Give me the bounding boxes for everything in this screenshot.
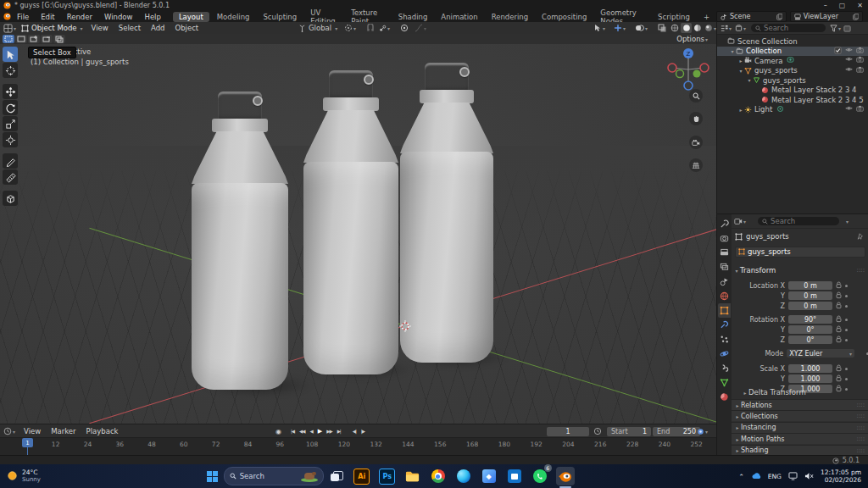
lock-icon[interactable] [836, 336, 842, 343]
value-field[interactable]: 1.000 [788, 374, 832, 383]
play-reverse-button[interactable]: ◀ [308, 429, 315, 434]
timeline-editor-type-button[interactable]: ▾ [3, 427, 15, 435]
photos-taskbar-button[interactable]: ◆ [480, 467, 498, 485]
lock-icon[interactable] [836, 325, 842, 333]
outliner-row-guys-sports[interactable]: ▾guys_sports [717, 75, 868, 86]
disclosure-arrow[interactable]: ▸ [737, 58, 744, 64]
panel-motion-paths[interactable]: ▸Motion Paths:::: [732, 433, 868, 444]
panel-drag-handle[interactable]: :::: [857, 435, 865, 442]
properties-tab-particles[interactable] [718, 332, 731, 347]
minimize-button[interactable]: – [824, 2, 827, 9]
delta-transform-header[interactable]: ▸ Delta Transform [732, 387, 868, 397]
menu-window[interactable]: Window [98, 13, 139, 21]
selectability-visibility-button[interactable]: ▾ [593, 24, 605, 32]
properties-tab-tool[interactable] [718, 217, 731, 231]
camera-toggle[interactable] [856, 56, 864, 65]
onedrive-icon[interactable] [751, 473, 761, 480]
check-toggle[interactable] [834, 47, 842, 56]
start-frame-field[interactable]: Start 1 [607, 427, 651, 436]
properties-tab-view-layer[interactable] [718, 260, 731, 274]
lock-icon[interactable] [836, 315, 842, 323]
end-frame-field[interactable]: End 250 [653, 427, 700, 436]
microsoft-store-taskbar-button[interactable] [505, 467, 524, 485]
workspace-tab-layout[interactable]: Layout [173, 12, 209, 22]
value-field[interactable]: 1.000 [788, 364, 832, 373]
proportional-editing-button[interactable] [400, 24, 409, 32]
app-menu-icon[interactable] [3, 13, 11, 20]
new-scene-icon[interactable] [776, 14, 782, 20]
whatsapp-taskbar-button[interactable]: 6 [531, 467, 549, 485]
menu-file[interactable]: File [11, 13, 35, 21]
rotate-tool-button[interactable] [3, 100, 18, 115]
viewport-menu-object[interactable]: Object [170, 24, 203, 32]
shading-material-button[interactable] [693, 24, 702, 32]
value-field[interactable]: 0 m [788, 281, 832, 290]
panel-drag-handle[interactable]: :::: [857, 447, 865, 454]
xray-toggle-button[interactable] [658, 24, 666, 32]
value-field[interactable]: 0 m [788, 302, 832, 310]
snap-toggle-button[interactable] [366, 24, 375, 32]
object-name-field[interactable]: guys_sports [735, 247, 865, 258]
panel-drag-handle[interactable]: :::: [857, 402, 865, 408]
annotate-tool-button[interactable] [3, 153, 18, 169]
network-display-icon[interactable] [788, 472, 798, 480]
timeline-menu-view[interactable]: View [19, 427, 46, 435]
playhead[interactable]: 1 [22, 438, 33, 447]
animate-dot[interactable] [845, 285, 848, 287]
close-button[interactable]: ✕ [857, 2, 863, 9]
properties-tab-scene[interactable] [718, 274, 731, 289]
perspective-toggle-button[interactable] [689, 158, 703, 172]
menu-edit[interactable]: Edit [35, 13, 60, 21]
workspace-tab-compositing[interactable]: Compositing [536, 12, 593, 22]
lock-icon[interactable] [836, 302, 842, 309]
animate-dot[interactable] [845, 378, 848, 380]
properties-tab-object[interactable] [718, 303, 731, 318]
eye-toggle[interactable] [845, 66, 853, 75]
new-viewlayer-icon[interactable] [852, 14, 859, 20]
select-intersect-button[interactable] [53, 35, 65, 43]
workspace-tab-scripting[interactable]: Scripting [652, 12, 696, 22]
clock-widget[interactable]: 12:17:05 pm 02/02/2026 [821, 469, 861, 485]
workspace-tab-animation[interactable]: Animation [435, 12, 483, 22]
shading-wireframe-button[interactable] [670, 24, 679, 32]
viewport-menu-select[interactable]: Select [114, 24, 146, 32]
shading-rendered-button[interactable]: ▾ [704, 24, 716, 32]
panel-relations[interactable]: ▸Relations:::: [732, 399, 868, 410]
edge-taskbar-button[interactable] [454, 467, 473, 485]
lock-icon[interactable] [836, 374, 842, 382]
shading-solid-button[interactable] [681, 23, 692, 33]
measure-tool-button[interactable] [3, 169, 18, 185]
language-indicator[interactable]: ENG [768, 473, 782, 480]
select-invert-button[interactable] [41, 35, 53, 43]
prev-keyframe-button[interactable]: ◀◀ [297, 429, 307, 434]
auto-key-button[interactable]: ◉ [273, 428, 283, 435]
jump-end-button[interactable]: ▶| [335, 429, 343, 434]
outliner-row-scene-collection[interactable]: Scene Collection [717, 36, 868, 47]
animate-dot[interactable] [845, 319, 848, 321]
timeline-menu-marker[interactable]: Marker [46, 427, 81, 435]
display-mode-button[interactable]: ▾ [721, 25, 732, 32]
animate-dot[interactable] [845, 339, 848, 341]
pin-icon[interactable] [857, 233, 864, 240]
add-cube-tool-button[interactable] [3, 191, 18, 206]
workspace-tab-modeling[interactable]: Modeling [211, 12, 256, 22]
bottle-2[interactable] [303, 70, 398, 374]
illustrator-taskbar-button[interactable]: Ai [353, 467, 371, 485]
lock-icon[interactable] [836, 291, 842, 299]
panel-drag-handle[interactable]: :::: [857, 413, 865, 419]
properties-options-chevron[interactable]: ▾ [846, 219, 849, 225]
lock-icon[interactable] [836, 281, 842, 289]
pivot-point-button[interactable]: ▾ [344, 24, 356, 32]
properties-tab-output[interactable] [718, 246, 731, 260]
cursor-tool-button[interactable] [3, 63, 18, 78]
transform-panel-header[interactable]: ▾ Transform :::: [732, 265, 868, 275]
bottle-3[interactable] [400, 63, 493, 363]
select-set-button[interactable] [3, 35, 14, 43]
outliner-row-metal-layer-stack-2-3-4-5[interactable]: Metal Layer Stack 2 3 4 5 [717, 95, 868, 105]
outliner-row-guys-sports[interactable]: ▾guys_sports [717, 66, 868, 76]
tray-chevron-icon[interactable]: ⌃ [738, 473, 743, 480]
properties-editor-type-button[interactable]: ▾ [734, 217, 746, 225]
panel-instancing[interactable]: ▸Instancing:::: [732, 422, 868, 433]
outliner-filter-button[interactable]: ▾ [830, 25, 841, 32]
options-button[interactable]: Options▾ [676, 35, 708, 43]
